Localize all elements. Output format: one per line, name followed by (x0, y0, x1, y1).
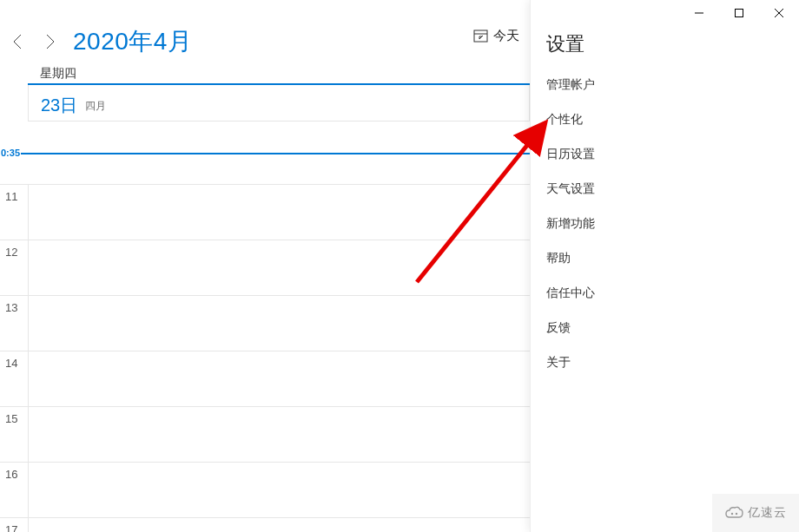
weekday-header: 星期四 (28, 66, 530, 85)
settings-item-help[interactable]: 帮助 (531, 241, 799, 276)
current-time-label: 0:35 (0, 148, 21, 158)
hour-row[interactable]: 16 (0, 462, 530, 517)
minimize-icon (695, 9, 703, 17)
hour-label: 15 (5, 412, 17, 425)
hour-cell[interactable] (28, 518, 530, 532)
hour-label: 16 (5, 468, 17, 481)
next-button[interactable] (38, 24, 63, 59)
hour-cell[interactable] (28, 296, 530, 351)
hour-cell[interactable] (28, 351, 530, 406)
settings-item-whats-new[interactable]: 新增功能 (531, 207, 799, 241)
hour-cell[interactable] (28, 463, 530, 517)
hour-cell[interactable] (28, 240, 530, 295)
maximize-icon (735, 9, 743, 17)
chevron-right-icon (42, 33, 59, 50)
settings-panel: 设置 管理帐户 个性化 日历设置 天气设置 新增功能 帮助 信任中心 反馈 关于 (530, 0, 799, 532)
hour-row[interactable]: 14 (0, 351, 530, 406)
watermark-text: 亿速云 (748, 505, 787, 521)
hour-row[interactable]: 15 (0, 406, 530, 462)
settings-item-weather-settings[interactable]: 天气设置 (531, 172, 799, 207)
prev-button[interactable] (7, 24, 31, 59)
settings-item-manage-accounts[interactable]: 管理帐户 (531, 68, 799, 102)
hour-row[interactable]: 13 (0, 295, 530, 351)
today-label: 今天 (493, 28, 519, 44)
settings-item-personalization[interactable]: 个性化 (531, 102, 799, 137)
hour-label: 12 (5, 246, 17, 259)
hour-cell[interactable] (28, 185, 530, 240)
date-number: 23日 (41, 95, 77, 115)
watermark: 亿速云 (712, 494, 799, 532)
hour-row[interactable]: 12 (0, 240, 530, 295)
weekday-label: 星期四 (40, 66, 76, 80)
day-cell[interactable]: 23日 四月 (28, 85, 530, 122)
timeline: 0:35 11 12 13 14 15 16 17 (0, 122, 530, 532)
svg-point-8 (731, 513, 733, 515)
date-month: 四月 (85, 100, 106, 112)
hour-label: 14 (5, 357, 17, 370)
hour-label: 11 (5, 190, 17, 203)
chevron-left-icon (10, 33, 28, 50)
hour-label: 13 (5, 301, 17, 314)
hour-cell[interactable] (28, 407, 530, 462)
svg-rect-1 (736, 10, 743, 17)
window-title-bar (679, 0, 799, 26)
settings-item-about[interactable]: 关于 (531, 345, 799, 380)
month-title[interactable]: 2020年4月 (73, 25, 192, 58)
cloud-icon (724, 505, 743, 521)
minimize-button[interactable] (679, 0, 719, 26)
hour-label: 17 (5, 523, 17, 532)
settings-item-calendar-settings[interactable]: 日历设置 (531, 137, 799, 172)
settings-item-feedback[interactable]: 反馈 (531, 311, 799, 345)
svg-point-9 (736, 513, 737, 515)
settings-title: 设置 (531, 26, 799, 68)
current-time-line (0, 153, 530, 154)
today-icon (473, 29, 488, 43)
hour-row[interactable]: 11 (0, 184, 530, 240)
close-icon (775, 9, 783, 17)
maximize-button[interactable] (719, 0, 759, 26)
close-button[interactable] (759, 0, 799, 26)
hour-row[interactable]: 17 (0, 517, 530, 532)
today-button[interactable]: 今天 (473, 28, 519, 44)
settings-item-trust-center[interactable]: 信任中心 (531, 276, 799, 311)
